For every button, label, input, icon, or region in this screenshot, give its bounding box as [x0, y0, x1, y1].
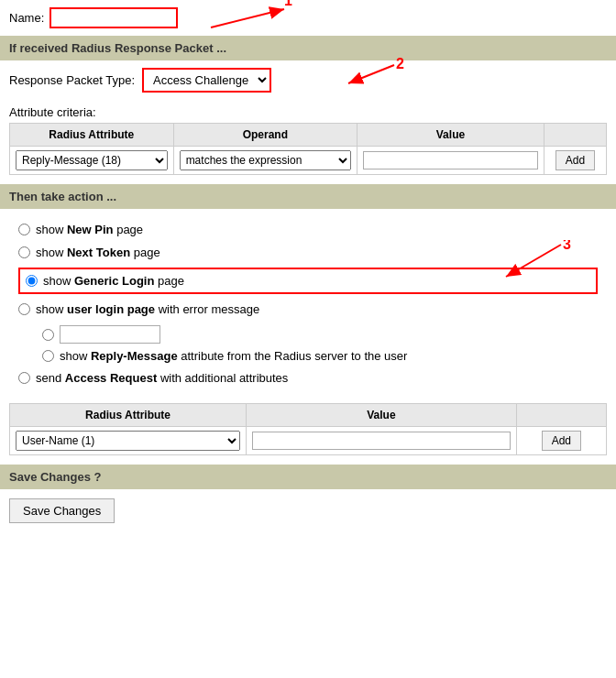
action-options: show New Pin page show Next Token page s… [0, 209, 616, 398]
action-user-login-error-label: show user login page with error message [36, 302, 259, 316]
radius-attribute-select[interactable]: Reply-Message (18) User-Name (1) NAS-IP-… [16, 150, 168, 170]
ar-row: User-Name (1) Reply-Message (18) Add [10, 427, 607, 455]
attr-radius-attribute-cell: Reply-Message (18) User-Name (1) NAS-IP-… [10, 147, 174, 175]
response-packet-row: Response Packet Type: Access Challenge A… [0, 60, 616, 100]
arrow-2-annotation: 2 [339, 56, 522, 102]
ar-add-button[interactable]: Add [542, 431, 581, 451]
response-packet-select[interactable]: Access Challenge Access Accept Access Re… [142, 68, 271, 93]
radio-user-login-error[interactable] [18, 303, 30, 315]
save-section-header: Save Changes ? [0, 465, 616, 489]
name-row: Name: 1 [0, 0, 616, 36]
response-packet-label: Response Packet Type: [9, 73, 135, 87]
col-radius-attribute: Radius Attribute [10, 124, 174, 147]
action-new-pin-label: show New Pin page [36, 223, 143, 236]
attribute-criteria-label: Attribute criteria: [0, 100, 616, 123]
svg-line-0 [211, 9, 284, 27]
svg-text:1: 1 [284, 0, 292, 8]
attr-operand-cell: matches the expression equals contains s… [173, 147, 357, 175]
attr-value-input[interactable] [363, 151, 538, 170]
action-option-user-login-error: show user login page with error message [9, 298, 607, 321]
name-input[interactable] [50, 7, 178, 28]
action-section-header: Then take action ... [0, 184, 616, 209]
save-changes-button[interactable]: Save Changes [9, 498, 115, 523]
sub-option-text-input [42, 323, 598, 346]
col-value: Value [357, 124, 544, 147]
access-request-label: send Access Request with additional attr… [36, 371, 288, 385]
action-generic-login-label: show Generic Login page [43, 274, 184, 288]
access-request-table: Radius Attribute Value User-Name (1) Rep… [9, 403, 607, 455]
action-option-next-token: show Next Token page [9, 241, 607, 264]
radio-sub-reply-message[interactable] [42, 350, 54, 362]
col-action [544, 124, 606, 147]
radio-new-pin[interactable] [18, 224, 30, 235]
radio-access-request[interactable] [18, 372, 30, 384]
action-next-token-label: show Next Token page [36, 246, 160, 259]
sub-option-reply-message: show Reply-Message attribute from the Ra… [42, 346, 598, 366]
radio-next-token[interactable] [18, 246, 30, 258]
attr-add-cell: Add [544, 147, 606, 175]
ar-value-input[interactable] [252, 432, 511, 450]
ar-value-cell [247, 427, 517, 455]
radius-section-header: If received Radius Response Packet ... [0, 36, 616, 60]
sub-options: show Reply-Message attribute from the Ra… [9, 321, 607, 367]
attr-row: Reply-Message (18) User-Name (1) NAS-IP-… [10, 147, 607, 175]
ar-radius-attribute-cell: User-Name (1) Reply-Message (18) [10, 427, 247, 455]
attr-value-cell [357, 147, 544, 175]
action-option-generic-login-container: show Generic Login page 3 [9, 268, 607, 294]
radio-sub-text[interactable] [42, 329, 54, 341]
ar-col-radius-attribute: Radius Attribute [10, 404, 247, 427]
action-option-new-pin: show New Pin page [9, 218, 607, 241]
svg-line-3 [348, 65, 394, 83]
attr-add-button[interactable]: Add [556, 150, 595, 170]
ar-col-action [516, 404, 606, 427]
action-option-generic-login: show Generic Login page [18, 268, 598, 294]
sub-reply-message-label: show Reply-Message attribute from the Ra… [60, 349, 407, 363]
ar-radius-attribute-select[interactable]: User-Name (1) Reply-Message (18) [16, 431, 240, 451]
col-operand: Operand [173, 124, 357, 147]
ar-add-cell: Add [516, 427, 606, 455]
ar-col-value: Value [247, 404, 517, 427]
attribute-criteria-table: Radius Attribute Operand Value Reply-Mes… [9, 123, 607, 175]
sub-text-input[interactable] [60, 325, 160, 344]
arrow-1-annotation: 1 [202, 0, 440, 37]
radio-generic-login[interactable] [26, 275, 38, 287]
access-request-option: send Access Request with additional attr… [9, 367, 607, 388]
name-label: Name: [9, 11, 44, 25]
operand-select[interactable]: matches the expression equals contains s… [180, 150, 351, 170]
